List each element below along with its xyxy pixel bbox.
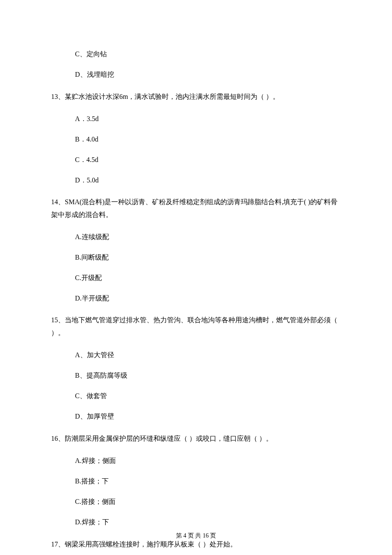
- option-text: B．4.0d: [75, 136, 98, 143]
- page-footer: 第 4 页 共 16 页: [0, 531, 392, 540]
- option-text: D．5.0d: [75, 176, 99, 184]
- q15-option-d: D、加厚管壁: [75, 411, 342, 422]
- option-text: D.焊接；下: [75, 518, 109, 526]
- option-text: B.搭接；下: [75, 477, 109, 485]
- option-text: C、定向钻: [75, 50, 107, 58]
- q16-option-a: A.焊接；侧面: [75, 456, 342, 466]
- option-text: B、提高防腐等级: [75, 372, 127, 379]
- q15-text: 15、当地下燃气管道穿过排水管、热力管沟、联合地沟等各种用途沟槽时，燃气管道外部…: [51, 314, 342, 340]
- option-text: C.开级配: [75, 274, 102, 281]
- option-text: B.间断级配: [75, 254, 109, 261]
- question-text: 17、钢梁采用高强螺栓连接时，施拧顺序从板束（ ）处开始。: [51, 541, 237, 548]
- page-number: 第 4 页 共 16 页: [176, 532, 216, 539]
- q14-option-b: B.间断级配: [75, 252, 342, 263]
- q13-option-a: A．3.5d: [75, 114, 342, 124]
- option-text: C．4.5d: [75, 156, 98, 163]
- option-text: C、做套管: [75, 392, 107, 399]
- option-text: D.半开级配: [75, 295, 109, 302]
- q13-option-c: C．4.5d: [75, 155, 342, 165]
- q16-text: 16、防潮层采用金属保护层的环缝和纵缝应（ ）或咬口，缝口应朝（ ）。: [51, 432, 342, 445]
- option-text: A.连续级配: [75, 233, 109, 240]
- option-text: A.焊接；侧面: [75, 457, 116, 464]
- q15-option-b: B、提高防腐等级: [75, 370, 342, 381]
- q13-option-d: D．5.0d: [75, 175, 342, 185]
- option-text: D、浅埋暗挖: [75, 71, 114, 78]
- option-text: A、加大管径: [75, 351, 114, 358]
- option-text: C.搭接；侧面: [75, 498, 115, 505]
- option-text: A．3.5d: [75, 115, 99, 122]
- q12-option-c: C、定向钻: [75, 49, 342, 59]
- q14-option-d: D.半开级配: [75, 293, 342, 304]
- q16-option-d: D.焊接；下: [75, 517, 342, 527]
- q12-option-d: D、浅埋暗挖: [75, 69, 342, 80]
- q15-option-a: A、加大管径: [75, 350, 342, 360]
- q13-option-b: B．4.0d: [75, 134, 342, 145]
- question-text: 16、防潮层采用金属保护层的环缝和纵缝应（ ）或咬口，缝口应朝（ ）。: [51, 435, 273, 442]
- q14-option-c: C.开级配: [75, 273, 342, 283]
- q16-option-b: B.搭接；下: [75, 476, 342, 486]
- q14-option-a: A.连续级配: [75, 232, 342, 242]
- option-text: D、加厚管壁: [75, 413, 114, 420]
- question-text: 14、SMA(混合料)是一种以沥青、矿粉及纤维稳定剂组成的沥青玛蹄脂结合料,填充…: [51, 198, 337, 218]
- q13-text: 13、某贮水池设计水深6m，满水试验时，池内注满水所需最短时间为（ ）。: [51, 90, 342, 104]
- q14-text: 14、SMA(混合料)是一种以沥青、矿粉及纤维稳定剂组成的沥青玛蹄脂结合料,填充…: [51, 196, 342, 222]
- question-text: 15、当地下燃气管道穿过排水管、热力管沟、联合地沟等各种用途沟槽时，燃气管道外部…: [51, 316, 337, 336]
- q15-option-c: C、做套管: [75, 391, 342, 401]
- question-text: 13、某贮水池设计水深6m，满水试验时，池内注满水所需最短时间为（ ）。: [51, 93, 280, 100]
- q16-option-c: C.搭接；侧面: [75, 497, 342, 507]
